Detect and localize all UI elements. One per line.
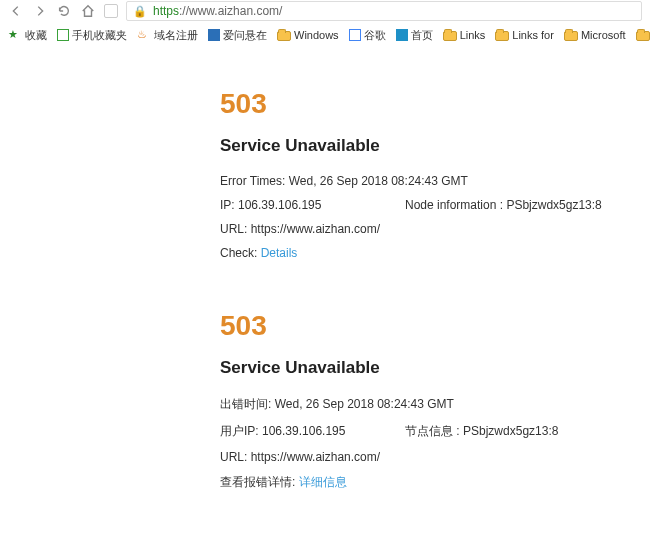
node-cell: 节点信息 : PSbjzwdx5gz13:8 <box>405 423 558 440</box>
error-time-row: 出错时间: Wed, 26 Sep 2018 08:24:43 GMT <box>220 396 650 413</box>
value: Wed, 26 Sep 2018 08:24:43 GMT <box>289 174 468 188</box>
label: URL: <box>220 222 251 236</box>
details-link[interactable]: Details <box>261 246 298 260</box>
bookmarks-bar: ★收藏 手机收藏夹 ♨域名注册 爱问悬在 Windows 谷歌 首页 Links… <box>0 24 650 48</box>
folder-icon <box>564 31 578 41</box>
label: Error Times: <box>220 174 289 188</box>
google-icon <box>349 29 361 41</box>
site-icon <box>396 29 408 41</box>
bookmark-label: 域名注册 <box>154 28 198 43</box>
node-cell: Node information : PSbjzwdx5gz13:8 <box>405 198 602 212</box>
value: PSbjzwdx5gz13:8 <box>506 198 601 212</box>
error-title: Service Unavailable <box>220 136 650 156</box>
label: URL: <box>220 450 251 464</box>
error-ip-node-row: 用户IP: 106.39.106.195 节点信息 : PSbjzwdx5gz1… <box>220 423 650 440</box>
ip-cell: 用户IP: 106.39.106.195 <box>220 423 405 440</box>
bookmark-label: Windows <box>294 29 339 41</box>
label: 用户IP: <box>220 424 262 438</box>
url-host-path: ://www.aizhan.com/ <box>179 4 282 18</box>
label: Check: <box>220 246 261 260</box>
address-bar[interactable]: 🔒 https://www.aizhan.com/ <box>126 1 642 21</box>
label: Node information : <box>405 198 506 212</box>
url-text: https://www.aizhan.com/ <box>153 4 282 18</box>
value: 106.39.106.195 <box>262 424 345 438</box>
value: Wed, 26 Sep 2018 08:24:43 GMT <box>275 397 454 411</box>
home-button[interactable] <box>80 3 96 19</box>
bookmark-label: 爱问悬在 <box>223 28 267 43</box>
star-icon: ★ <box>8 28 22 42</box>
error-block-zh: 503 Service Unavailable 出错时间: Wed, 26 Se… <box>220 310 650 491</box>
error-ip-node-row: IP: 106.39.106.195 Node information : PS… <box>220 198 650 212</box>
label: 查看报错详情: <box>220 475 299 489</box>
bookmark-label: Links for <box>512 29 554 41</box>
error-check-row: Check: Details <box>220 246 650 260</box>
browser-toolbar: 🔒 https://www.aizhan.com/ <box>0 0 650 24</box>
error-code: 503 <box>220 310 650 342</box>
reload-button[interactable] <box>56 3 72 19</box>
error-check-row: 查看报错详情: 详细信息 <box>220 474 650 491</box>
bookmark-item[interactable]: ♨域名注册 <box>137 28 198 43</box>
bookmark-item[interactable]: 谷歌 <box>349 28 386 43</box>
error-url-row: URL: https://www.aizhan.com/ <box>220 450 650 464</box>
phone-icon <box>57 29 69 41</box>
bookmark-item[interactable]: 爱问悬在 <box>208 28 267 43</box>
error-block-en: 503 Service Unavailable Error Times: Wed… <box>220 88 650 260</box>
bookmark-label: Links <box>460 29 486 41</box>
label: 节点信息 : <box>405 424 463 438</box>
lock-icon: 🔒 <box>133 5 147 18</box>
site-info-icon[interactable] <box>104 4 118 18</box>
forward-button[interactable] <box>32 3 48 19</box>
error-title: Service Unavailable <box>220 358 650 378</box>
bookmark-label: 首页 <box>411 28 433 43</box>
page-content: 503 Service Unavailable Error Times: Wed… <box>0 48 650 548</box>
bookmark-label: 谷歌 <box>364 28 386 43</box>
bookmark-item[interactable]: 首页 <box>396 28 433 43</box>
folder-icon <box>495 31 509 41</box>
value: PSbjzwdx5gz13:8 <box>463 424 558 438</box>
bookmark-folder[interactable]: Links for <box>495 29 554 41</box>
back-button[interactable] <box>8 3 24 19</box>
error-url-row: URL: https://www.aizhan.com/ <box>220 222 650 236</box>
bookmark-label: 手机收藏夹 <box>72 28 127 43</box>
folder-icon <box>636 31 650 41</box>
bookmark-folder[interactable]: Windows <box>277 29 339 41</box>
bookmark-folder[interactable]: MSN 网 <box>636 28 650 43</box>
label: IP: <box>220 198 238 212</box>
bookmark-folder[interactable]: Microsoft <box>564 29 626 41</box>
error-code: 503 <box>220 88 650 120</box>
folder-icon <box>443 31 457 41</box>
value: https://www.aizhan.com/ <box>251 222 380 236</box>
fire-icon: ♨ <box>137 28 151 42</box>
bookmark-label: 收藏 <box>25 28 47 43</box>
bookmark-folder[interactable]: Links <box>443 29 486 41</box>
ip-cell: IP: 106.39.106.195 <box>220 198 405 212</box>
value: 106.39.106.195 <box>238 198 321 212</box>
url-scheme: https <box>153 4 179 18</box>
error-time-row: Error Times: Wed, 26 Sep 2018 08:24:43 G… <box>220 174 650 188</box>
folder-icon <box>277 31 291 41</box>
details-link[interactable]: 详细信息 <box>299 475 347 489</box>
bookmark-item[interactable]: 手机收藏夹 <box>57 28 127 43</box>
label: 出错时间: <box>220 397 275 411</box>
bookmark-item[interactable]: ★收藏 <box>8 28 47 43</box>
site-icon <box>208 29 220 41</box>
value: https://www.aizhan.com/ <box>251 450 380 464</box>
bookmark-label: Microsoft <box>581 29 626 41</box>
